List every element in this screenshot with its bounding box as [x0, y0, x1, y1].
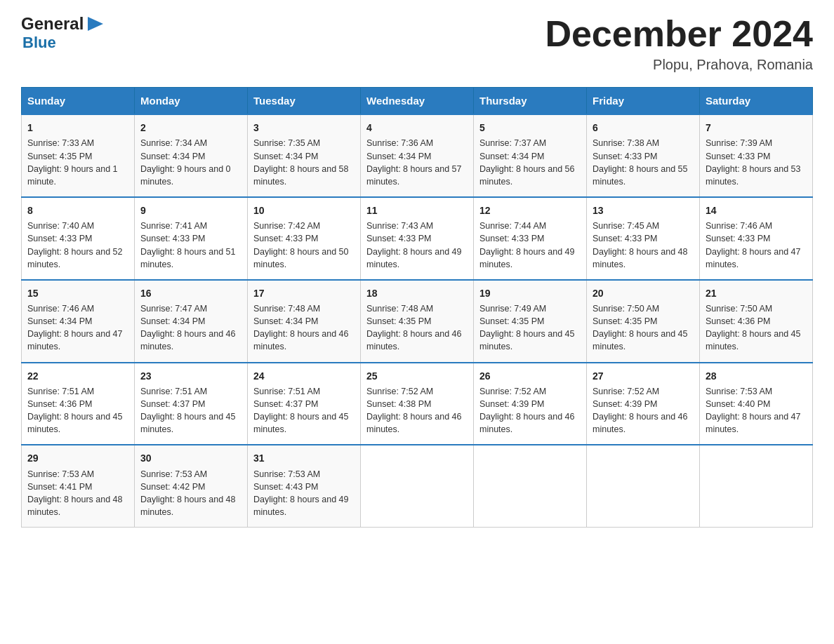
sunset-label: Sunset: 4:35 PM: [27, 152, 92, 161]
daylight-label: Daylight: 8 hours and 45 minutes.: [479, 329, 575, 351]
daylight-label: Daylight: 8 hours and 47 minutes.: [706, 247, 801, 269]
calendar-week-row: 22 Sunrise: 7:51 AM Sunset: 4:36 PM Dayl…: [22, 363, 813, 445]
sunrise-label: Sunrise: 7:37 AM: [479, 138, 546, 148]
table-row: 13 Sunrise: 7:45 AM Sunset: 4:33 PM Dayl…: [587, 197, 700, 280]
sunset-label: Sunset: 4:36 PM: [27, 399, 92, 409]
sunset-label: Sunset: 4:33 PM: [253, 234, 318, 243]
daylight-label: Daylight: 8 hours and 47 minutes.: [706, 412, 801, 434]
col-friday: Friday: [587, 88, 700, 115]
daylight-label: Daylight: 8 hours and 49 minutes.: [253, 495, 349, 517]
day-number: 2: [140, 121, 241, 135]
sunset-label: Sunset: 4:34 PM: [366, 152, 431, 161]
day-number: 5: [479, 121, 581, 135]
logo-blue-text: Blue: [22, 34, 56, 52]
sunset-label: Sunset: 4:34 PM: [253, 316, 318, 326]
sunset-label: Sunset: 4:39 PM: [479, 399, 544, 409]
day-number: 21: [706, 286, 807, 300]
table-row: 23 Sunrise: 7:51 AM Sunset: 4:37 PM Dayl…: [135, 363, 248, 445]
day-number: 1: [27, 121, 128, 135]
sunrise-label: Sunrise: 7:48 AM: [253, 304, 320, 314]
col-monday: Monday: [135, 88, 248, 115]
day-number: 12: [479, 203, 581, 217]
daylight-label: Daylight: 8 hours and 45 minutes.: [253, 412, 349, 434]
table-row: 26 Sunrise: 7:52 AM Sunset: 4:39 PM Dayl…: [474, 363, 587, 445]
sunset-label: Sunset: 4:37 PM: [140, 399, 205, 409]
day-number: 3: [253, 121, 355, 135]
sunrise-label: Sunrise: 7:43 AM: [366, 221, 433, 231]
sunrise-label: Sunrise: 7:34 AM: [140, 138, 207, 148]
sunrise-label: Sunrise: 7:46 AM: [27, 304, 94, 314]
day-number: 23: [140, 369, 241, 383]
daylight-label: Daylight: 8 hours and 46 minutes.: [593, 412, 688, 434]
day-number: 22: [27, 369, 128, 383]
sunset-label: Sunset: 4:35 PM: [593, 316, 657, 326]
day-number: 29: [27, 451, 128, 465]
sunrise-label: Sunrise: 7:50 AM: [706, 304, 772, 314]
day-number: 7: [706, 121, 807, 135]
sunset-label: Sunset: 4:43 PM: [253, 482, 318, 492]
sunrise-label: Sunrise: 7:50 AM: [593, 304, 659, 314]
daylight-label: Daylight: 8 hours and 49 minutes.: [479, 247, 575, 269]
daylight-label: Daylight: 8 hours and 55 minutes.: [593, 164, 688, 187]
sunrise-label: Sunrise: 7:45 AM: [593, 221, 659, 231]
sunrise-label: Sunrise: 7:40 AM: [27, 221, 94, 231]
sunset-label: Sunset: 4:33 PM: [140, 234, 205, 243]
table-row: 7 Sunrise: 7:39 AM Sunset: 4:33 PM Dayli…: [700, 114, 813, 197]
title-block: December 2024 Plopu, Prahova, Romania: [545, 14, 813, 73]
svg-marker-0: [88, 17, 103, 31]
daylight-label: Daylight: 8 hours and 46 minutes.: [140, 329, 236, 351]
daylight-label: Daylight: 8 hours and 53 minutes.: [706, 164, 801, 187]
sunrise-label: Sunrise: 7:53 AM: [140, 469, 207, 479]
calendar-week-row: 15 Sunrise: 7:46 AM Sunset: 4:34 PM Dayl…: [22, 280, 813, 363]
calendar-week-row: 29 Sunrise: 7:53 AM Sunset: 4:41 PM Dayl…: [22, 445, 813, 527]
sunset-label: Sunset: 4:33 PM: [593, 234, 657, 243]
daylight-label: Daylight: 8 hours and 49 minutes.: [366, 247, 462, 269]
daylight-label: Daylight: 8 hours and 57 minutes.: [366, 164, 462, 187]
col-thursday: Thursday: [474, 88, 587, 115]
logo: General Blue: [21, 14, 106, 52]
table-row: 30 Sunrise: 7:53 AM Sunset: 4:42 PM Dayl…: [135, 445, 248, 527]
sunrise-label: Sunrise: 7:36 AM: [366, 138, 433, 148]
sunset-label: Sunset: 4:39 PM: [593, 399, 657, 409]
day-number: 18: [366, 286, 468, 300]
sunset-label: Sunset: 4:35 PM: [479, 316, 544, 326]
sunset-label: Sunset: 4:34 PM: [27, 316, 92, 326]
daylight-label: Daylight: 8 hours and 46 minutes.: [366, 412, 462, 434]
sunrise-label: Sunrise: 7:53 AM: [253, 469, 320, 479]
sunrise-label: Sunrise: 7:52 AM: [479, 387, 546, 396]
table-row: 11 Sunrise: 7:43 AM Sunset: 4:33 PM Dayl…: [361, 197, 474, 280]
sunset-label: Sunset: 4:38 PM: [366, 399, 431, 409]
table-row: 8 Sunrise: 7:40 AM Sunset: 4:33 PM Dayli…: [22, 197, 135, 280]
day-number: 31: [253, 451, 355, 465]
table-row: 4 Sunrise: 7:36 AM Sunset: 4:34 PM Dayli…: [361, 114, 474, 197]
calendar-week-row: 8 Sunrise: 7:40 AM Sunset: 4:33 PM Dayli…: [22, 197, 813, 280]
sunrise-label: Sunrise: 7:53 AM: [27, 469, 94, 479]
sunset-label: Sunset: 4:42 PM: [140, 482, 205, 492]
day-number: 19: [479, 286, 581, 300]
day-number: 6: [593, 121, 694, 135]
sunrise-label: Sunrise: 7:51 AM: [140, 387, 207, 396]
table-row: 9 Sunrise: 7:41 AM Sunset: 4:33 PM Dayli…: [135, 197, 248, 280]
table-row: 28 Sunrise: 7:53 AM Sunset: 4:40 PM Dayl…: [700, 363, 813, 445]
sunrise-label: Sunrise: 7:47 AM: [140, 304, 207, 314]
sunset-label: Sunset: 4:34 PM: [140, 152, 205, 161]
sunset-label: Sunset: 4:34 PM: [140, 316, 205, 326]
table-row: [700, 445, 813, 527]
sunset-label: Sunset: 4:35 PM: [366, 316, 431, 326]
daylight-label: Daylight: 8 hours and 46 minutes.: [253, 329, 349, 351]
daylight-label: Daylight: 8 hours and 45 minutes.: [27, 412, 123, 434]
col-tuesday: Tuesday: [248, 88, 361, 115]
daylight-label: Daylight: 8 hours and 48 minutes.: [593, 247, 688, 269]
sunrise-label: Sunrise: 7:48 AM: [366, 304, 433, 314]
sunset-label: Sunset: 4:34 PM: [253, 152, 318, 161]
table-row: [587, 445, 700, 527]
daylight-label: Daylight: 8 hours and 47 minutes.: [27, 329, 123, 351]
table-row: 12 Sunrise: 7:44 AM Sunset: 4:33 PM Dayl…: [474, 197, 587, 280]
logo-arrow-icon: [85, 14, 106, 34]
day-number: 20: [593, 286, 694, 300]
daylight-label: Daylight: 8 hours and 45 minutes.: [593, 329, 688, 351]
calendar-week-row: 1 Sunrise: 7:33 AM Sunset: 4:35 PM Dayli…: [22, 114, 813, 197]
day-number: 14: [706, 203, 807, 217]
day-number: 17: [253, 286, 355, 300]
sunset-label: Sunset: 4:40 PM: [706, 399, 770, 409]
